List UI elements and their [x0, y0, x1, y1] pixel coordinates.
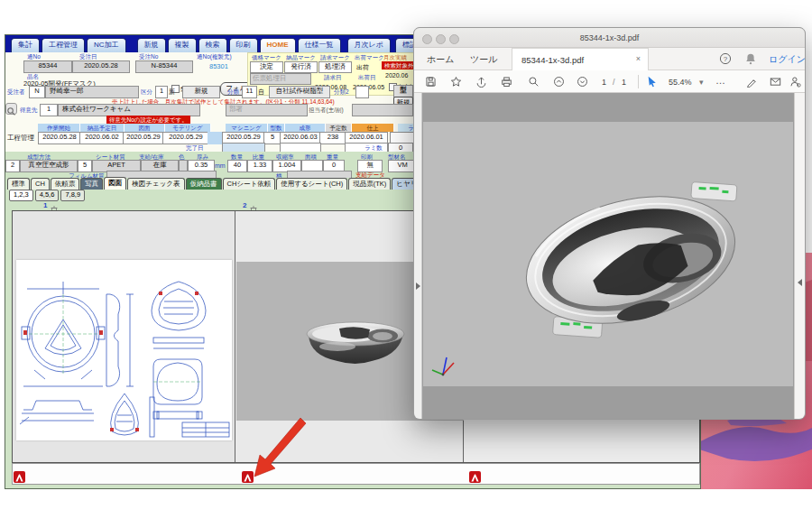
customer-code-field[interactable]: 1: [40, 104, 58, 116]
order-date-field[interactable]: 2020.05.28: [72, 60, 130, 73]
tray-3d-model[interactable]: [504, 170, 757, 350]
right-panel-expand-icon[interactable]: [798, 279, 802, 286]
select-cursor-icon[interactable]: [647, 75, 660, 88]
person-in-charge-label: 担当者(主/副): [309, 107, 344, 114]
toolbar-button-print[interactable]: 印刷: [229, 38, 258, 52]
bell-icon[interactable]: [744, 52, 757, 69]
kubun-value[interactable]: 新規: [182, 86, 220, 98]
page-number[interactable]: 1: [602, 78, 606, 87]
email-icon[interactable]: [770, 75, 782, 88]
mat-qty[interactable]: 40: [227, 160, 247, 172]
tab-close-icon[interactable]: ×: [636, 54, 641, 63]
toolbar-button-monthly-report[interactable]: 月次レポ: [347, 38, 391, 52]
schedule-cell[interactable]: 5: [263, 132, 281, 144]
toolbar-button-search[interactable]: 検索: [198, 38, 227, 52]
tab-temp-delivery[interactable]: 仮納品書: [186, 178, 222, 190]
done-date-label: 完了日: [186, 145, 204, 152]
toolbar-button-home[interactable]: HOME: [260, 38, 296, 52]
monthly-label: 月次実績: [383, 55, 407, 61]
tab-used-sheet[interactable]: 使用するシート(CH): [276, 178, 347, 190]
left-panel-expand-icon[interactable]: [416, 283, 420, 290]
slip-date-field[interactable]: 伝票処理日: [250, 73, 311, 85]
mat-gravity[interactable]: 1.33: [247, 160, 272, 172]
tab-item-tag[interactable]: 現品票(TK): [348, 178, 391, 190]
delivery-mark-value[interactable]: 発行済: [284, 61, 318, 73]
toolbar-button-new[interactable]: 新規: [137, 38, 166, 52]
copy-no-value[interactable]: 85301: [209, 63, 228, 70]
order-person-name[interactable]: 野崎幸一郎: [45, 86, 139, 98]
bunrui2-field[interactable]: [355, 86, 369, 98]
schedule-cell[interactable]: 2020.06.02: [79, 132, 125, 144]
schedule-row-label: 工程管理: [7, 134, 34, 142]
order-date-label: 受注日: [79, 54, 97, 60]
customer-dept-field[interactable]: 部署: [226, 104, 308, 116]
schedule-cell[interactable]: 2020.05.28: [38, 132, 81, 144]
schedule-cell[interactable]: 238: [319, 132, 346, 144]
price-mark-label: 価格マーク: [252, 55, 281, 61]
toolbar-button-nc[interactable]: NC加工: [87, 38, 126, 52]
user-account-icon[interactable]: [789, 75, 802, 88]
monthly-status-badge: 検索対象外: [382, 61, 417, 69]
page-up-icon[interactable]: [553, 75, 566, 88]
toolbar-divider: [638, 75, 639, 88]
schedule-cell[interactable]: 2020.05.29: [162, 132, 209, 144]
invoice-mark-value[interactable]: 処理済: [318, 61, 352, 73]
save-icon[interactable]: [425, 75, 438, 88]
tab-check-sheet[interactable]: 検図チェック表: [127, 178, 184, 190]
pdf-title-bar[interactable]: 85344-1x-3d.pdf: [414, 28, 805, 48]
help-icon[interactable]: ?: [719, 52, 732, 69]
more-tools-icon[interactable]: …: [715, 75, 726, 86]
kubun-field[interactable]: 1: [155, 86, 168, 98]
subtab-789[interactable]: 7,8,9: [60, 190, 85, 201]
orderno-field[interactable]: N-85344: [135, 60, 193, 73]
customer-name-field[interactable]: 株式会社ワークキャム: [58, 104, 200, 116]
mat-num[interactable]: 5: [78, 160, 92, 172]
bunrui-field[interactable]: 11: [242, 86, 257, 98]
invoice-mark-label: 請求マーク: [320, 55, 350, 61]
pdf-left-rail[interactable]: [414, 93, 422, 420]
pattern-field[interactable]: [287, 171, 352, 178]
pdf-attachment-icon[interactable]: [14, 471, 25, 483]
panel1-preview[interactable]: [13, 211, 235, 463]
toolbar-button-duplicate[interactable]: 複製: [168, 38, 197, 52]
subtab-123[interactable]: 1,2,3: [9, 190, 33, 201]
order-no-field[interactable]: 85344: [23, 60, 72, 73]
zoom-caret-icon[interactable]: ▾: [699, 78, 704, 87]
menu-home[interactable]: ホーム: [427, 53, 454, 66]
person-in-charge-field[interactable]: [352, 104, 413, 116]
star-icon[interactable]: [450, 75, 463, 88]
page-down-icon[interactable]: [577, 75, 589, 88]
order-person-code[interactable]: N: [29, 86, 45, 98]
pdf-attachment-icon[interactable]: [469, 471, 481, 483]
mat-code[interactable]: 2: [5, 160, 20, 172]
price-mark-value[interactable]: 決定: [250, 61, 283, 73]
schedule-cell[interactable]: 2020.05.29: [123, 132, 164, 144]
customer-search-icon[interactable]: [5, 103, 17, 115]
subtab-456[interactable]: 4,5,6: [35, 190, 60, 201]
schedule-header: 成形: [285, 124, 326, 132]
zoom-search-icon[interactable]: [528, 75, 540, 88]
tab-photo[interactable]: 写真: [80, 178, 103, 190]
print-icon[interactable]: [501, 75, 513, 88]
tab-standard[interactable]: 標準: [7, 178, 30, 190]
login-link[interactable]: ログイン: [769, 53, 806, 66]
tab-drawing[interactable]: 図面: [104, 177, 126, 190]
lami-count-label: ラミ数: [364, 145, 383, 152]
toolbar-button-spec-list[interactable]: 仕様一覧: [298, 38, 341, 52]
share-upload-icon[interactable]: [475, 75, 488, 88]
fill-sign-icon[interactable]: [746, 75, 759, 88]
mat-method[interactable]: 真空圧空成形: [20, 160, 78, 172]
pdf-scrollbar[interactable]: [794, 93, 806, 420]
toolbar-button-process[interactable]: 工程管理: [42, 38, 85, 52]
tab-request[interactable]: 依頼票: [51, 178, 80, 190]
tab-ch[interactable]: CH: [31, 178, 50, 190]
tab-ch-sheet-request[interactable]: CHシート依頼: [223, 178, 276, 190]
window-title: 85344-1x-3d.pdf: [414, 33, 805, 42]
copy-no-label: 通No(複製元): [197, 54, 232, 60]
menu-tools[interactable]: ツール: [470, 53, 497, 66]
bunrui-value[interactable]: 自社試作樹脂型: [269, 86, 330, 98]
document-tab[interactable]: 85344-1x-3d.pdf ×: [512, 48, 649, 70]
zoom-level-select[interactable]: 55.4%: [669, 78, 692, 87]
toolbar-button-summary[interactable]: 集計: [11, 38, 40, 52]
mat-print[interactable]: 無: [357, 160, 383, 172]
